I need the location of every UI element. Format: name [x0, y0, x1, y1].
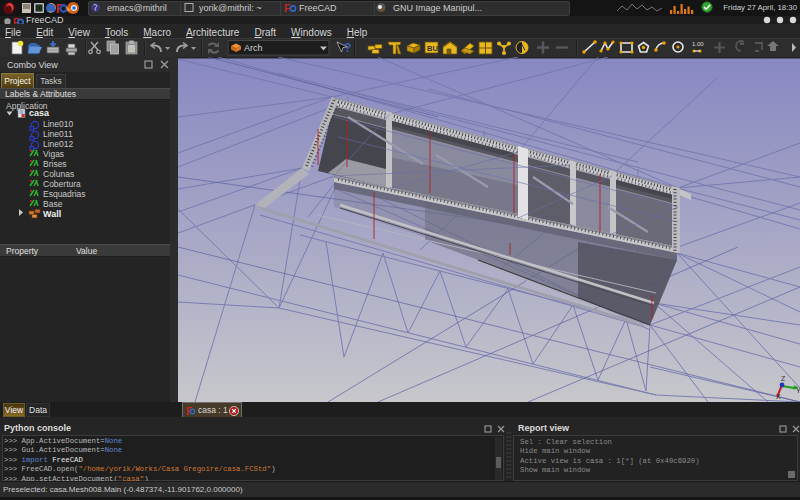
- svg-text:Base: Base: [43, 199, 63, 209]
- svg-text:F: F: [284, 3, 290, 14]
- svg-text:Esquadrias: Esquadrias: [43, 189, 86, 199]
- svg-text:Vigas: Vigas: [43, 149, 64, 159]
- svg-text:Colunas: Colunas: [43, 169, 74, 179]
- svg-text:Cobertura: Cobertura: [43, 179, 81, 189]
- svg-text:Wall: Wall: [43, 209, 61, 219]
- svg-text:Brises: Brises: [43, 159, 67, 169]
- svg-text:casa: casa: [29, 108, 50, 118]
- svg-text:?: ?: [344, 41, 351, 55]
- svg-text:Z: Z: [781, 375, 786, 382]
- svg-text:1.00: 1.00: [692, 41, 704, 47]
- svg-text:BU: BU: [427, 44, 438, 53]
- svg-text:Line010: Line010: [43, 119, 74, 129]
- svg-text:Arch: Arch: [244, 43, 263, 53]
- svg-text:X: X: [776, 393, 781, 400]
- svg-text:Y: Y: [796, 387, 800, 394]
- svg-text:Line011: Line011: [43, 129, 73, 139]
- svg-text:Line012: Line012: [43, 139, 74, 149]
